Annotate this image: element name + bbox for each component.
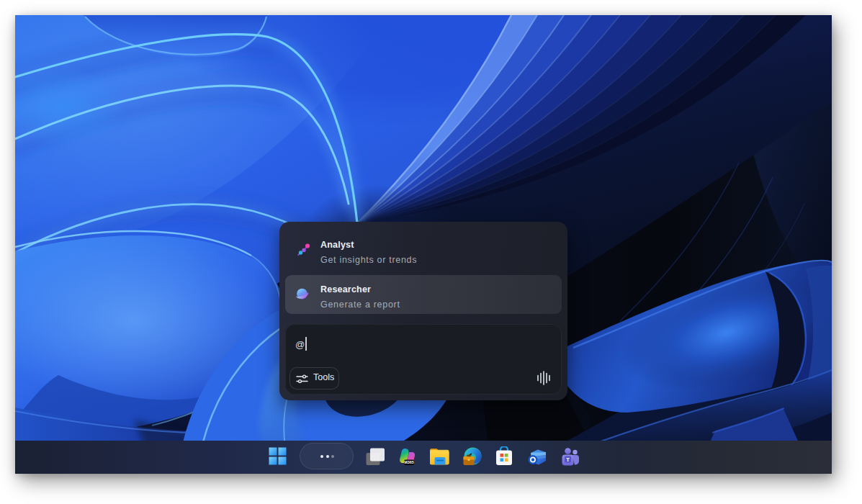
svg-text:T: T	[566, 456, 570, 463]
svg-text:M365: M365	[404, 460, 414, 464]
